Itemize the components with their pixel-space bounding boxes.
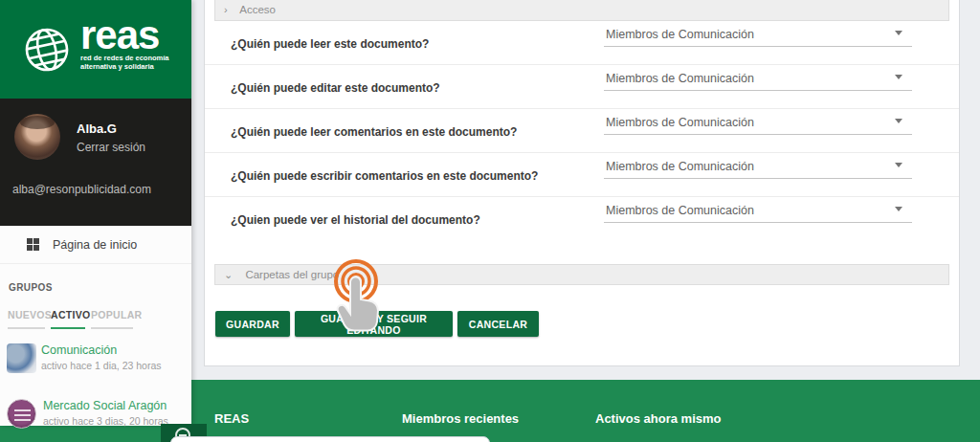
permission-question: ¿Quién puede escribir comentarios en est…: [231, 169, 538, 183]
groups-section-label: GRUPOS: [9, 282, 53, 293]
permission-question: ¿Quién puede leer este documento?: [231, 37, 429, 51]
permission-question: ¿Quien puede ver el historial del docume…: [231, 213, 480, 227]
group-name: Mercado Social Aragón: [43, 399, 167, 412]
select-value: Miembros de Comunicación: [606, 116, 754, 129]
sidebar-item-home-label: Página de inicio: [53, 238, 137, 252]
group-avatar: [7, 343, 36, 373]
footer-col-reas: REAS: [214, 411, 249, 426]
select-value: Miembros de Comunicación: [606, 160, 754, 173]
group-activity: activo hace 3 dias, 20 horas: [43, 415, 168, 427]
chevron-down-icon: ⌄: [224, 265, 233, 284]
chevron-right-icon: ›: [224, 0, 228, 19]
logout-link[interactable]: Cerrar sesión: [77, 141, 145, 154]
permission-row-edit: ¿Quién puede editar este documento? Miem…: [205, 65, 959, 109]
logo-block[interactable]: reas red de redes de economía alternativ…: [0, 0, 191, 99]
group-activity: activo hace 1 dia, 23 horas: [41, 360, 162, 371]
grid-icon: [27, 238, 39, 251]
permission-select-read-comments[interactable]: Miembros de Comunicación: [604, 114, 912, 135]
permission-select-read[interactable]: Miembros de Comunicación: [604, 26, 912, 47]
document-settings-panel: › Acceso ¿Quién puede leer este document…: [204, 0, 960, 366]
tab-activo[interactable]: ACTIVO: [51, 309, 85, 329]
permission-row-read: ¿Quién puede leer este documento? Miembr…: [205, 21, 959, 65]
chevron-down-icon: [895, 75, 902, 79]
permission-question: ¿Quién puede leer comentarios en este do…: [231, 125, 517, 139]
avatar[interactable]: [14, 114, 60, 160]
chevron-down-icon: [895, 163, 902, 167]
sidebar-item-home[interactable]: Página de inicio: [0, 230, 191, 264]
permission-question: ¿Quién puede editar este documento?: [231, 81, 440, 95]
form-actions: GUARDAR GUARDAR Y SEGUIR EDITANDO CANCEL…: [205, 311, 959, 337]
footer-col-active-now: Activos ahora mismo: [595, 411, 722, 426]
permission-select-edit[interactable]: Miembros de Comunicación: [604, 70, 912, 91]
permission-select-write-comments[interactable]: Miembros de Comunicación: [604, 158, 912, 179]
brand-tagline: red de redes de economía alternativa y s…: [80, 55, 169, 71]
permission-row-history: ¿Quien puede ver el historial del docume…: [205, 197, 959, 264]
sidebar: reas red de redes de economía alternativ…: [0, 0, 191, 426]
select-value: Miembros de Comunicación: [606, 28, 754, 41]
page: REAS Miembros recientes Activos ahora mi…: [0, 0, 980, 442]
profile-block: Alba.G Cerrar sesión alba@resonpublicida…: [0, 99, 191, 226]
chevron-down-icon: [895, 207, 902, 211]
select-value: Miembros de Comunicación: [606, 204, 754, 217]
tab-nuevos[interactable]: NUEVOS: [8, 309, 45, 329]
chevron-down-icon: [895, 119, 902, 123]
section-header-label: Carpetas del grupo: [245, 269, 339, 280]
save-button[interactable]: GUARDAR: [215, 311, 290, 337]
permission-row-write-comments: ¿Quién puede escribir comentarios en est…: [205, 153, 959, 197]
group-name: Comunicación: [41, 343, 117, 357]
save-and-continue-button[interactable]: GUARDAR Y SEGUIR EDITANDO: [295, 311, 453, 337]
profile-email: alba@resonpublicidad.com: [12, 183, 151, 196]
toast-overlay: [170, 436, 490, 442]
section-header-acceso[interactable]: › Acceso: [214, 0, 949, 21]
select-value: Miembros de Comunicación: [606, 72, 754, 85]
groups-tabs: NUEVOS ACTIVO POPULAR: [0, 309, 191, 330]
tab-popular[interactable]: POPULAR: [91, 309, 133, 329]
permission-select-history[interactable]: Miembros de Comunicación: [604, 202, 912, 223]
globe-icon: [23, 25, 71, 75]
chevron-down-icon: [895, 31, 902, 35]
group-avatar: [7, 399, 36, 429]
profile-name: Alba.G: [77, 122, 117, 136]
section-header-label: Acceso: [239, 4, 276, 15]
brand-wordmark: reas: [80, 15, 159, 55]
cancel-button[interactable]: CANCELAR: [457, 311, 539, 337]
section-header-carpetas-del-grupo[interactable]: ⌄ Carpetas del grupo: [214, 264, 949, 285]
group-item-comunicacion[interactable]: Comunicación activo hace 1 dia, 23 horas: [0, 340, 191, 380]
footer-col-recent-members: Miembros recientes: [402, 411, 519, 426]
permission-row-read-comments: ¿Quién puede leer comentarios en este do…: [205, 109, 959, 153]
